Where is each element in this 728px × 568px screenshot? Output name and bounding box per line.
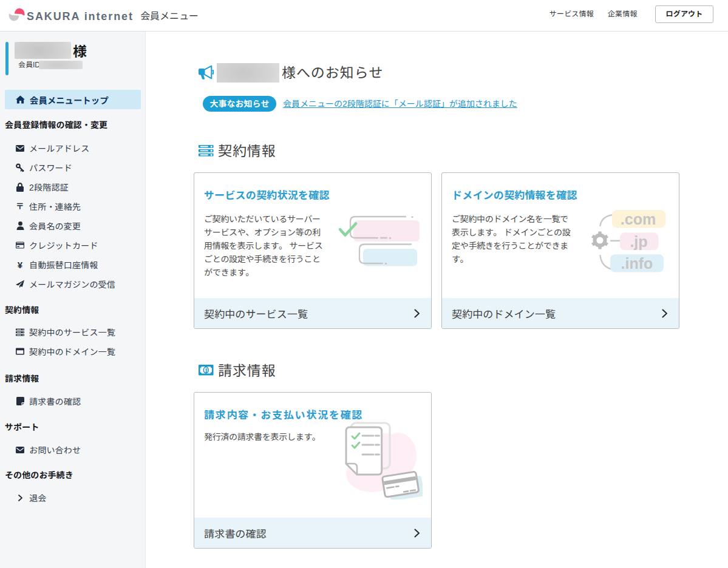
svg-text:.com: .com (621, 211, 656, 228)
svg-text:.jp: .jp (630, 233, 647, 250)
svg-text:1: 1 (205, 367, 208, 374)
svg-text:.info: .info (621, 255, 653, 272)
